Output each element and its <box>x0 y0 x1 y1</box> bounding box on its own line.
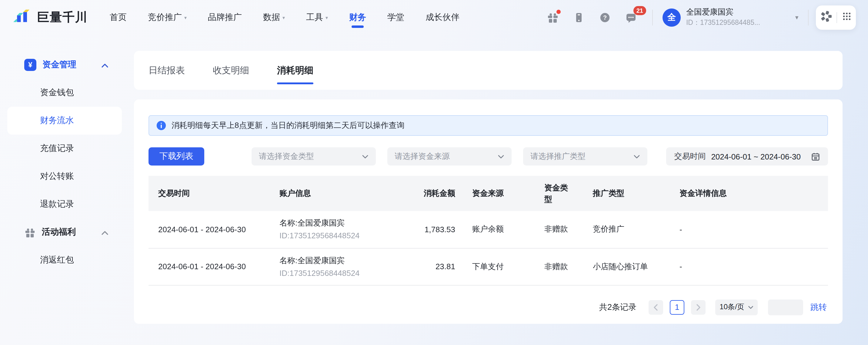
help-icon[interactable]: ? <box>598 10 612 24</box>
sidebar-item-refund-records[interactable]: 退款记录 <box>7 190 122 218</box>
apps-grid-icon[interactable] <box>841 11 852 24</box>
qianchuan-logo[interactable]: 巨量千川 <box>13 8 88 26</box>
sidebar: ¥ 资金管理 资金钱包 财务流水 充值记录 对公转账 退款记录 <box>0 35 122 345</box>
consumption-detail-panel: 消耗明细每天早上8点更新，当日的消耗明细第二天后可以操作查询 下载列表 请选择资… <box>134 99 842 324</box>
cell-fund-source: 下单支付 <box>455 248 528 285</box>
cell-account: 名称:全国爱康国宾 ID:1735129568448524 <box>279 211 401 248</box>
bar-chart-logo-icon <box>13 8 32 26</box>
tabs-bar: 日结报表 收支明细 消耗明细 <box>134 51 842 90</box>
sidebar-section-funds[interactable]: ¥ 资金管理 <box>0 51 122 79</box>
nav-data[interactable]: 数据▾ <box>263 0 285 35</box>
sidebar-item-rebate-redpacket[interactable]: 消返红包 <box>7 246 122 274</box>
sidebar-item-corporate-transfer[interactable]: 对公转账 <box>7 162 122 190</box>
info-icon <box>156 121 166 130</box>
cell-amount: 23.81 <box>401 248 455 285</box>
gift-icon[interactable] <box>546 10 559 24</box>
account-name-line: 名称:全国爱康国宾 <box>279 217 401 229</box>
ocean-engine-icon[interactable] <box>820 10 832 24</box>
cell-period: 2024-06-01 - 2024-06-30 <box>149 248 279 285</box>
fund-source-select[interactable]: 请选择资金来源 <box>387 147 512 165</box>
col-transaction-time: 交易时间 <box>149 176 279 211</box>
table-header-row: 交易时间 账户信息 消耗金额 资金来源 资金类型 推广类型 资金详情信息 <box>149 176 828 211</box>
account-switcher[interactable]: 全 全国爱康国宾 ID：17351295684485... ▼ <box>662 7 800 27</box>
col-account-info: 账户信息 <box>279 176 401 211</box>
cell-period: 2024-06-01 - 2024-06-30 <box>149 211 279 248</box>
record-count: 共2条记录 <box>599 302 637 313</box>
nav-bidding-promo[interactable]: 竞价推广▾ <box>148 0 187 35</box>
page-jump-link[interactable]: 跳转 <box>810 302 827 313</box>
info-banner: 消耗明细每天早上8点更新，当日的消耗明细第二天后可以操作查询 <box>149 115 828 136</box>
col-consumption-amount: 消耗金额 <box>401 176 455 211</box>
cell-fund-type: 非赠款 <box>528 248 575 285</box>
promo-type-select[interactable]: 请选择推广类型 <box>523 147 647 165</box>
yuan-icon: ¥ <box>24 59 36 71</box>
app-switcher-box <box>816 5 856 29</box>
chevron-down-icon <box>362 154 369 159</box>
cell-promo-type: 竞价推广 <box>575 211 663 248</box>
tab-daily-report[interactable]: 日结报表 <box>149 51 185 90</box>
nav-tools[interactable]: 工具▾ <box>306 0 328 35</box>
account-info: 全国爱康国宾 ID：17351295684485... <box>686 7 760 27</box>
calendar-icon <box>811 152 820 161</box>
col-fund-source: 资金来源 <box>455 176 528 211</box>
sidebar-item-recharge-records[interactable]: 充值记录 <box>7 135 122 162</box>
date-range-label: 交易时间 <box>674 151 706 162</box>
prev-page-button[interactable] <box>649 300 663 314</box>
current-page-button[interactable]: 1 <box>670 300 684 314</box>
mobile-app-icon[interactable] <box>572 10 586 24</box>
app-window: 巨量千川 首页 竞价推广▾ 品牌推广 数据▾ 工具▾ 财务 学堂 成长伙伴 <box>0 0 868 345</box>
date-range-value: 2024-06-01 ~ 2024-06-30 <box>711 152 801 161</box>
cell-fund-detail: - <box>663 211 828 248</box>
nav-home[interactable]: 首页 <box>110 0 127 35</box>
messages-icon[interactable]: 21 <box>624 10 638 24</box>
sidebar-item-finance-flow[interactable]: 财务流水 <box>7 107 122 135</box>
tab-consumption-detail[interactable]: 消耗明细 <box>277 51 313 90</box>
chevron-down-icon: ▾ <box>184 15 187 21</box>
table-row: 2024-06-01 - 2024-06-30 名称:全国爱康国宾 ID:173… <box>149 248 828 285</box>
top-navbar: 巨量千川 首页 竞价推广▾ 品牌推广 数据▾ 工具▾ 财务 学堂 成长伙伴 <box>0 0 868 35</box>
chevron-up-icon[interactable] <box>101 227 108 237</box>
divider <box>836 12 837 23</box>
account-name-line: 名称:全国爱康国宾 <box>279 254 401 266</box>
chevron-down-icon: ▼ <box>794 14 800 20</box>
divider <box>808 9 809 25</box>
notification-dot <box>556 9 561 13</box>
account-id-line: ID:1735129568448524 <box>279 229 401 242</box>
sidebar-section-welfare[interactable]: 活动福利 <box>0 218 122 246</box>
cell-fund-source: 账户余额 <box>455 211 528 248</box>
gift-icon <box>24 226 36 238</box>
sidebar-item-fund-wallet[interactable]: 资金钱包 <box>7 79 122 107</box>
tab-income-expense-detail[interactable]: 收支明细 <box>213 51 249 90</box>
col-fund-detail: 资金详情信息 <box>663 176 828 211</box>
col-promo-type: 推广类型 <box>575 176 663 211</box>
logo-text: 巨量千川 <box>37 9 88 26</box>
col-fund-type: 资金类型 <box>528 176 575 211</box>
nav-finance[interactable]: 财务 <box>349 0 366 35</box>
chevron-down-icon: ▾ <box>326 15 328 21</box>
download-list-button[interactable]: 下载列表 <box>149 147 204 165</box>
banner-text: 消耗明细每天早上8点更新，当日的消耗明细第二天后可以操作查询 <box>172 120 404 131</box>
chevron-up-icon[interactable] <box>101 60 108 70</box>
filter-toolbar: 下载列表 请选择资金类型 请选择资金来源 请选择推广 <box>149 147 828 165</box>
main-nav: 首页 竞价推广▾ 品牌推广 数据▾ 工具▾ 财务 学堂 成长伙伴 <box>110 0 460 35</box>
nav-academy[interactable]: 学堂 <box>387 0 404 35</box>
svg-text:?: ? <box>603 14 607 21</box>
pagination-bar: 共2条记录 1 10条/页 跳转 <box>149 295 828 319</box>
cell-fund-type: 非赠款 <box>528 211 575 248</box>
cell-account: 名称:全国爱康国宾 ID:1735129568448524 <box>279 248 401 285</box>
nav-brand-promo[interactable]: 品牌推广 <box>208 0 242 35</box>
chevron-down-icon: ▾ <box>282 15 285 21</box>
cell-amount: 1,783.53 <box>401 211 455 248</box>
account-name: 全国爱康国宾 <box>686 7 760 17</box>
account-id: ID：17351295684485... <box>686 19 760 27</box>
next-page-button[interactable] <box>691 300 706 314</box>
chevron-down-icon <box>633 154 640 159</box>
fund-type-select[interactable]: 请选择资金类型 <box>252 147 376 165</box>
date-range-picker[interactable]: 交易时间 2024-06-01 ~ 2024-06-30 <box>666 147 828 165</box>
nav-growth-partner[interactable]: 成长伙伴 <box>426 0 460 35</box>
page-size-select[interactable]: 10条/页 <box>715 299 758 315</box>
account-id-line: ID:1735129568448524 <box>279 266 401 279</box>
topbar-right-cluster: ? 21 全 全国爱康国宾 ID：17351295684485... ▼ <box>533 5 856 29</box>
consumption-table: 交易时间 账户信息 消耗金额 资金来源 资金类型 推广类型 资金详情信息 202… <box>149 176 828 285</box>
page-jump-input[interactable] <box>768 299 803 315</box>
